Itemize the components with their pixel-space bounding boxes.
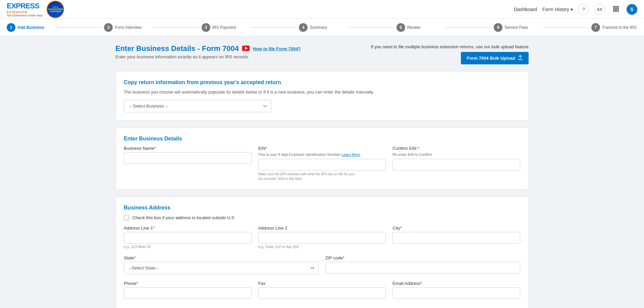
step-navigation: 1 Add Business 2 Form Interview 3 IRS Pa… (0, 19, 644, 36)
address-line1-eg: e.g. 123 Main St (124, 245, 252, 249)
address-line1-label: Address Line 1* (124, 226, 252, 231)
guaranteed-badge: E-FILE GUARANTEED ACCEPTANCE (47, 1, 64, 18)
state-label: State* (124, 255, 319, 260)
main-content: Enter Business Details - Form 7004 How t… (107, 44, 537, 308)
badge-main: GUARANTEED (48, 8, 63, 10)
zip-input[interactable] (325, 262, 520, 273)
copy-return-desc: The business you choose will automatical… (124, 89, 520, 95)
business-address-card: Business Address Check this box if your … (115, 196, 529, 308)
language-icon: EX (597, 7, 602, 11)
step-2[interactable]: 2 Form Interview (104, 23, 150, 32)
svg-rect-6 (613, 10, 615, 12)
confirm-ein-input[interactable] (392, 159, 520, 171)
language-button[interactable]: EX (594, 4, 605, 15)
step-7[interactable]: 7 Transmit to the IRS (591, 23, 637, 32)
svg-rect-8 (617, 10, 619, 12)
fax-input[interactable] (258, 287, 386, 299)
step-6[interactable]: 6 Service Fees (494, 23, 540, 32)
ein-learn-more-link[interactable]: Learn More (341, 152, 360, 157)
step-2-label: Form Interview (115, 25, 141, 30)
page-header: Enter Business Details - Form 7004 How t… (115, 44, 529, 64)
select-business-dropdown[interactable]: -- Select Business -- (124, 100, 271, 112)
address-line1-input[interactable] (124, 232, 252, 244)
state-field: State* --Select State-- (124, 255, 319, 274)
copy-return-title: Copy return information from previous ye… (124, 79, 520, 85)
city-label: City* (392, 226, 520, 231)
ein-label: EIN* (258, 146, 386, 151)
step-line-3 (250, 27, 296, 27)
address-line1-field: Address Line 1* e.g. 123 Main St (124, 226, 252, 249)
zip-field: ZIP code* (325, 255, 520, 274)
dashboard-link[interactable]: Dashboard (514, 7, 537, 12)
ein-hint: This is your 9 digit Employer Identifica… (258, 152, 386, 157)
address-line2-label: Address Line 2 (258, 226, 386, 231)
step-4[interactable]: 4 Summary (299, 23, 345, 32)
apps-button[interactable] (610, 4, 621, 15)
business-address-title: Business Address (124, 205, 520, 211)
bulk-upload-button[interactable]: Form 7004 Bulk Upload (461, 52, 529, 64)
form-history-link[interactable]: Form History ▾ (542, 7, 573, 12)
step-5-label: Review (407, 25, 420, 30)
ein-note: Make sure the EIN matches with what the … (258, 172, 386, 181)
city-field: City* (392, 226, 520, 249)
svg-rect-2 (617, 6, 619, 8)
svg-rect-1 (615, 6, 617, 8)
help-button[interactable]: ? (578, 4, 589, 15)
confirm-ein-field: Confirm EIN:* Re-enter EIN to Confirm (392, 146, 520, 181)
bulk-upload-label: Form 7004 Bulk Upload (467, 56, 515, 61)
email-input[interactable] (392, 287, 520, 299)
how-to-link[interactable]: How to file Form 7004? (253, 46, 301, 51)
grid-icon (613, 6, 619, 13)
step-5[interactable]: 5 Review (396, 23, 442, 32)
page-title: Enter Business Details - Form 7004 How t… (115, 44, 301, 53)
business-name-label: Business Name* (124, 146, 252, 151)
confirm-ein-hint: Re-enter EIN to Confirm (392, 152, 520, 157)
avatar-button[interactable]: S (627, 4, 637, 15)
business-details-card: Enter Business Details Business Name* EI… (115, 127, 529, 190)
step-2-circle: 2 (104, 23, 113, 32)
logo-tagline: Tax Extensions made easy (7, 14, 43, 17)
bulk-info-text: If you need to file multiple business ex… (371, 44, 529, 49)
fax-field: Fax (258, 281, 386, 299)
confirm-ein-label: Confirm EIN:* (392, 146, 520, 151)
header: EXPRESS EXTENSION Tax Extensions made ea… (0, 0, 644, 19)
upload-icon (518, 55, 523, 61)
step-line-5 (445, 27, 491, 27)
address-line2-input[interactable] (258, 232, 386, 244)
address-row-1: Address Line 1* e.g. 123 Main St Address… (124, 226, 520, 249)
email-field: Email Address* (392, 281, 520, 299)
svg-rect-4 (615, 8, 617, 10)
phone-label: Phone* (124, 281, 252, 286)
header-left: EXPRESS EXTENSION Tax Extensions made ea… (7, 1, 64, 18)
business-name-field: Business Name* (124, 146, 252, 181)
page-header-left: Enter Business Details - Form 7004 How t… (115, 44, 301, 59)
outside-us-checkbox[interactable] (124, 215, 129, 220)
avatar-initial: S (630, 7, 633, 12)
step-1[interactable]: 1 Add Business (7, 23, 53, 32)
state-dropdown[interactable]: --Select State-- (124, 262, 319, 274)
step-7-circle: 7 (591, 23, 600, 32)
phone-input[interactable] (124, 287, 252, 299)
phone-field: Phone* (124, 281, 252, 299)
outside-us-label[interactable]: Check this box if your address is locate… (132, 215, 234, 220)
city-input[interactable] (392, 232, 520, 244)
step-7-label: Transmit to the IRS (602, 25, 637, 30)
step-line-1 (55, 27, 101, 27)
logo-express: EXPRESS (7, 2, 39, 10)
step-line-4 (348, 27, 394, 27)
svg-rect-0 (613, 6, 615, 8)
svg-rect-5 (617, 8, 619, 10)
address-row-3: Phone* Fax Email Address* (124, 281, 520, 299)
step-line-6 (543, 27, 589, 27)
address-line2-eg: e.g. Suite 122 or Apt 203 (258, 245, 386, 249)
help-icon: ? (582, 7, 585, 12)
step-3[interactable]: 3 IRS Payment (202, 23, 248, 32)
page-subtitle: Enter your business information exactly … (115, 54, 301, 59)
youtube-icon (242, 44, 250, 53)
step-6-circle: 6 (494, 23, 502, 32)
step-3-circle: 3 (202, 23, 210, 32)
step-6-label: Service Fees (504, 25, 528, 30)
ein-input[interactable] (258, 159, 386, 171)
business-name-input[interactable] (124, 152, 252, 164)
ein-field: EIN* This is your 9 digit Employer Ident… (258, 146, 386, 181)
